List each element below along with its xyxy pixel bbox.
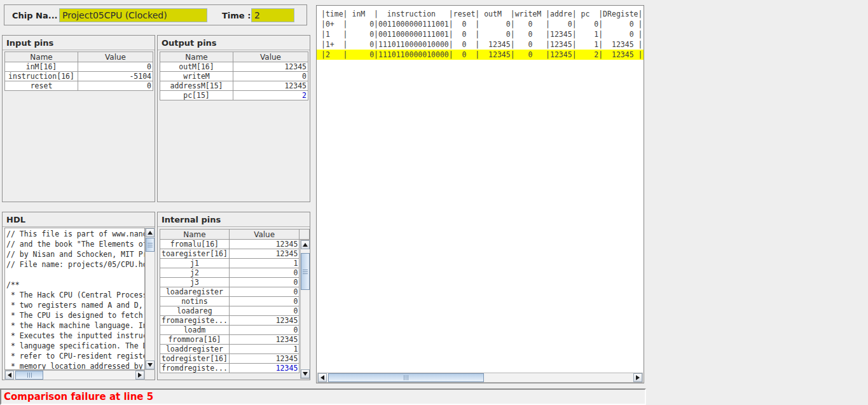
hdl-code-line: * The CPU is designed to fetch [6,310,144,320]
pin-name: toaregister[16] [160,249,230,259]
pin-value[interactable]: 0 [78,62,153,72]
pin-value[interactable]: 0 [229,306,299,316]
hdl-vertical-scrollbar[interactable] [145,228,155,370]
pin-value[interactable]: 2 [233,91,308,100]
pin-value[interactable]: 1 [229,259,299,268]
internal-vscroll-thumb[interactable] [301,253,310,290]
scroll-up-icon[interactable] [301,240,310,249]
hdl-code-line: * two registers named A and D, [6,300,144,310]
internal-pins-vertical-scrollbar[interactable] [300,240,310,379]
output-hscroll-thumb[interactable] [328,373,484,382]
chip-name-field[interactable]: Project05CPU (Clocked) [59,8,207,22]
output-table-row[interactable]: |0+ | 0|0011000000111001| 0 | 0| 0 | 0| … [317,19,644,29]
pin-value[interactable]: 12345 [229,240,299,249]
pin-value[interactable]: 0 [229,297,299,306]
pin-name: fromalu[16] [160,240,230,249]
pin-name: reset [5,81,78,91]
pin-name: loadaregister [160,287,230,297]
pin-row: loadaregister 0 [160,287,310,297]
pin-name: j3 [160,278,230,287]
time-field: 2 [251,8,294,22]
hdl-code-line: /** [6,280,144,290]
hdl-code-line: * language specification. The D [6,341,144,351]
pin-name: todregister[16] [160,354,230,364]
hdl-code-line: * refer to CPU-resident registe [6,351,144,361]
pin-name: loaddregister [160,345,230,354]
pin-value[interactable]: 0 [233,72,308,81]
hdl-code-line [6,270,144,280]
pin-value[interactable]: 0 [78,81,153,91]
pin-row: j2 0 [160,268,310,278]
column-header-name: Name [160,230,230,240]
pin-row: fromdregiste... 12345 [160,364,310,373]
pin-value[interactable]: 12345 [229,316,299,326]
column-header-name: Name [160,52,233,62]
scroll-right-icon[interactable] [135,371,144,380]
pin-name: frommora[16] [160,335,230,345]
pin-value[interactable]: 12345 [229,249,299,259]
pin-value[interactable]: 12345 [229,364,299,373]
output-table-row[interactable]: |1+ | 0|1110110000010000| 0 | 12345| 0 |… [317,39,644,50]
pin-value[interactable]: 0 [229,268,299,278]
pin-name: inM[16] [5,62,78,72]
pin-value[interactable]: 0 [229,287,299,297]
scroll-down-icon[interactable] [146,360,155,369]
output-table-header: |time| inM | instruction |reset| outM |w… [317,9,644,19]
pin-name: fromdregiste... [160,364,230,373]
output-horizontal-scrollbar[interactable] [317,373,643,383]
column-header-value: Value [78,52,153,62]
hdl-code-view[interactable]: // This file is part of www.nand // and … [4,228,145,370]
scroll-left-icon[interactable] [318,373,327,382]
pin-value[interactable]: -5104 [78,72,153,81]
test-output-view[interactable]: |time| inM | instruction |reset| outM |w… [316,5,644,383]
pin-row: reset 0 [5,81,153,91]
pin-value[interactable]: 0 [229,326,299,335]
pin-row: loaddregister 1 [160,345,310,354]
hdl-code-line: // by Nisan and Schocken, MIT Pr [6,249,144,259]
internal-pins-title: Internal pins [158,212,310,227]
pin-row: loadm 0 [160,326,310,335]
output-table-row[interactable]: |2 | 0|1110110000010000| 0 | 12345| 0 |1… [317,50,644,60]
pin-name: fromaregiste... [160,316,230,326]
pin-row: writeM 0 [160,72,308,81]
hdl-code-line: * the Hack machine language. In [6,320,144,331]
scroll-down-icon[interactable] [301,369,310,378]
hdl-title: HDL [3,212,155,227]
pin-row: toaregister[16] 12345 [160,249,310,259]
pin-row: instruction[16] -5104 [5,72,153,81]
hdl-code-line: // File name: projects/05/CPU.hd [6,259,144,270]
pin-row: addressM[15] 12345 [160,81,308,91]
status-bar: Comparison failure at line 5 [0,388,646,405]
scroll-left-icon[interactable] [5,371,14,380]
pin-row: pc[15] 2 [160,91,308,100]
pin-row: inM[16] 0 [5,62,153,72]
pin-value[interactable]: 12345 [229,354,299,364]
pin-name: j2 [160,268,230,278]
pin-value[interactable]: 12345 [229,335,299,345]
pin-value[interactable]: 1 [229,345,299,354]
hdl-vscroll-thumb[interactable] [146,238,155,252]
internal-pins-table: Name Value fromalu[16] 12345 toaregister… [160,229,310,373]
hdl-code-line: * memory location addressed by [6,361,144,370]
pin-value[interactable]: 12345 [233,81,308,91]
output-pins-panel: Output pins Name Value outM[16] 12345 wr… [157,35,310,202]
hdl-panel: HDL // This file is part of www.nand // … [2,212,155,380]
pin-name: j1 [160,259,230,268]
input-pins-table: Name Value inM[16] 0 instruction[16] -51… [4,51,153,91]
hdl-code-line: // and the book "The Elements of [6,239,144,249]
scroll-up-icon[interactable] [146,228,155,237]
pin-row: frommora[16] 12345 [160,335,310,345]
scroll-right-icon[interactable] [633,373,642,382]
pin-value[interactable]: 12345 [233,62,308,72]
status-message: Comparison failure at line 5 [1,390,645,402]
output-table-row[interactable]: |1 | 0|0011000000111001| 0 | 0| 0 |12345… [317,29,644,39]
pin-row: outM[16] 12345 [160,62,308,72]
pin-value[interactable]: 0 [229,278,299,287]
pin-name: outM[16] [160,62,233,72]
output-pins-table: Name Value outM[16] 12345 writeM 0 addre… [160,51,308,100]
hdl-hscroll-thumb[interactable] [15,371,43,380]
pin-name: pc[15] [160,91,233,100]
hdl-horizontal-scrollbar[interactable] [4,370,145,380]
pin-name: writeM [160,72,233,81]
pin-row: loadareg 0 [160,306,310,316]
